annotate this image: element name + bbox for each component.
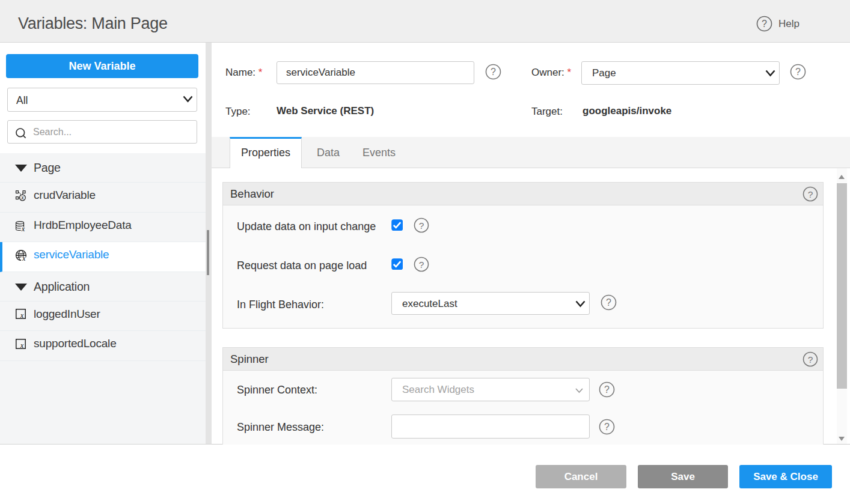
svg-text:?: ? bbox=[606, 297, 611, 308]
svg-text:?: ? bbox=[419, 260, 424, 270]
svg-text:x: x bbox=[20, 195, 24, 201]
svg-text:x: x bbox=[20, 312, 24, 319]
svg-text:?: ? bbox=[808, 189, 813, 199]
svg-text:?: ? bbox=[491, 67, 496, 77]
svg-text:?: ? bbox=[795, 67, 801, 77]
svg-text:x: x bbox=[21, 225, 25, 231]
svg-text:?: ? bbox=[808, 354, 813, 365]
svg-text:?: ? bbox=[762, 19, 767, 29]
svg-text:x: x bbox=[22, 255, 26, 261]
svg-text:?: ? bbox=[604, 422, 610, 432]
svg-text:x: x bbox=[20, 341, 24, 348]
svg-text:?: ? bbox=[419, 220, 424, 231]
svg-text:?: ? bbox=[604, 384, 610, 395]
